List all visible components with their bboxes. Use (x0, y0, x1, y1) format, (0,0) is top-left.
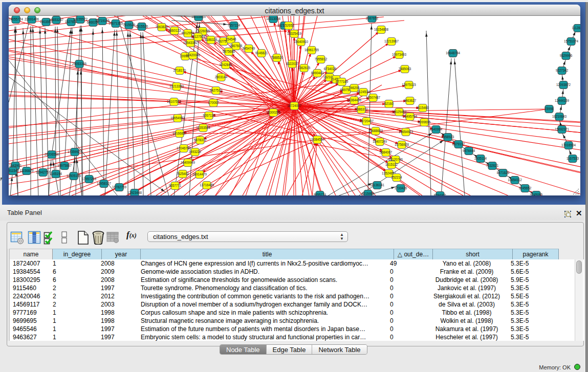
svg-text:9329996: 9329996 (560, 54, 573, 57)
svg-text:16961755: 16961755 (304, 48, 319, 52)
svg-text:10507487: 10507487 (366, 96, 381, 99)
svg-text:19654923: 19654923 (399, 130, 413, 134)
svg-text:8990443: 8990443 (311, 71, 324, 75)
svg-text:7515526: 7515526 (123, 23, 136, 27)
svg-text:10973493: 10973493 (392, 53, 407, 56)
svg-text:2803144: 2803144 (215, 75, 228, 79)
svg-text:10756928: 10756928 (395, 143, 409, 146)
svg-text:1615112: 1615112 (385, 163, 398, 166)
svg-text:13325419: 13325419 (287, 32, 302, 35)
svg-text:18724007: 18724007 (287, 104, 302, 107)
svg-text:9227342: 9227342 (556, 69, 569, 72)
svg-text:15692371: 15692371 (555, 127, 570, 131)
svg-text:25053346: 25053346 (72, 62, 87, 65)
svg-text:23226055: 23226055 (195, 29, 210, 33)
svg-text:17016504: 17016504 (561, 143, 576, 147)
svg-text:3124534: 3124534 (357, 90, 370, 94)
svg-text:2087652: 2087652 (366, 16, 379, 20)
svg-text:14055724: 14055724 (9, 17, 23, 21)
svg-text:18127509: 18127509 (191, 35, 206, 38)
svg-text:10671355: 10671355 (108, 21, 123, 25)
svg-text:3911549: 3911549 (9, 169, 19, 172)
svg-text:7625402: 7625402 (177, 172, 189, 176)
svg-text:17957253: 17957253 (82, 177, 97, 181)
svg-text:10025453: 10025453 (392, 110, 407, 114)
svg-text:8912954: 8912954 (182, 31, 194, 35)
svg-text:152652: 152652 (283, 24, 294, 27)
svg-text:7588520: 7588520 (271, 56, 284, 59)
svg-text:1362615: 1362615 (298, 66, 311, 70)
svg-text:62160: 62160 (384, 102, 394, 105)
svg-text:1167533: 1167533 (567, 157, 579, 160)
svg-text:9777169: 9777169 (336, 80, 349, 83)
svg-text:13716485: 13716485 (200, 183, 214, 187)
svg-text:12444159: 12444159 (555, 99, 570, 102)
svg-text:7955812: 7955812 (315, 57, 328, 61)
svg-text:9242845: 9242845 (220, 63, 232, 67)
svg-text:3493222: 3493222 (189, 150, 202, 154)
svg-text:3267110: 3267110 (203, 114, 215, 117)
svg-text:8186328: 8186328 (205, 38, 217, 41)
svg-text:10543392: 10543392 (183, 41, 198, 45)
svg-text:7632621: 7632621 (486, 164, 499, 167)
svg-text:746206: 746206 (349, 86, 360, 90)
svg-text:16210643: 16210643 (552, 115, 567, 118)
svg-text:12942757: 12942757 (36, 170, 51, 174)
svg-text:6099695: 6099695 (418, 120, 431, 124)
svg-text:19384554: 19384554 (310, 138, 325, 141)
svg-text:1640994: 1640994 (430, 127, 443, 131)
svg-text:15751074: 15751074 (564, 39, 579, 43)
svg-text:1733426: 1733426 (395, 186, 407, 190)
svg-text:11156829: 11156829 (19, 169, 34, 172)
svg-text:8215955: 8215955 (362, 192, 375, 195)
svg-text:9146821: 9146821 (255, 51, 268, 55)
svg-text:154546: 154546 (225, 37, 236, 41)
svg-text:2867608: 2867608 (230, 44, 243, 48)
svg-text:9245085: 9245085 (530, 193, 543, 195)
svg-text:8454749: 8454749 (243, 47, 255, 50)
svg-text:10719155: 10719155 (95, 19, 110, 23)
svg-text:22420046: 22420046 (186, 53, 201, 57)
svg-text:16782759: 16782759 (112, 185, 127, 189)
svg-text:8660123: 8660123 (168, 29, 181, 32)
svg-text:10958107: 10958107 (97, 182, 112, 185)
svg-text:9245652: 9245652 (519, 186, 532, 190)
svg-text:18300295: 18300295 (266, 111, 281, 114)
svg-text:9463627: 9463627 (404, 99, 417, 102)
svg-text:19155572: 19155572 (73, 17, 88, 21)
svg-text:12213967: 12213967 (384, 39, 399, 43)
svg-text:21364436: 21364436 (347, 98, 362, 102)
svg-text:12923448: 12923448 (127, 191, 142, 194)
svg-text:9115460: 9115460 (417, 106, 429, 110)
svg-text:2935114: 2935114 (474, 157, 487, 160)
svg-text:16914479: 16914479 (192, 172, 207, 176)
svg-text:252214: 252214 (391, 176, 402, 179)
svg-text:5878372: 5878372 (194, 138, 207, 142)
svg-text:19654983: 19654983 (170, 116, 185, 120)
svg-text:8322037: 8322037 (286, 62, 299, 65)
svg-text:16409949: 16409949 (181, 161, 195, 164)
svg-text:23495794: 23495794 (403, 115, 418, 118)
svg-text:11353594: 11353594 (196, 126, 210, 129)
svg-text:15998: 15998 (545, 107, 554, 111)
svg-text:13975115: 13975115 (402, 83, 416, 86)
svg-text:18313054: 18313054 (266, 17, 281, 20)
svg-text:6679197: 6679197 (452, 142, 465, 146)
svg-text:17046786: 17046786 (177, 146, 191, 150)
svg-text:14136141: 14136141 (370, 183, 385, 187)
svg-text:20206556: 20206556 (45, 152, 59, 156)
svg-text:8471626: 8471626 (497, 171, 510, 174)
svg-text:7515526: 7515526 (136, 25, 148, 28)
svg-text:5684067: 5684067 (380, 150, 393, 154)
svg-text:16648784: 16648784 (446, 51, 461, 55)
svg-text:16154808: 16154808 (374, 28, 389, 31)
svg-text:10688603: 10688603 (368, 129, 383, 133)
svg-text:15640910: 15640910 (294, 40, 309, 43)
svg-text:1145194: 1145194 (50, 172, 62, 176)
svg-text:2718170: 2718170 (173, 69, 186, 72)
svg-text:12093872: 12093872 (556, 83, 571, 86)
svg-text:17359924: 17359924 (68, 150, 82, 154)
svg-text:12505195: 12505195 (67, 174, 81, 178)
svg-text:8958923: 8958923 (442, 135, 454, 139)
svg-text:9657771: 9657771 (169, 184, 182, 187)
